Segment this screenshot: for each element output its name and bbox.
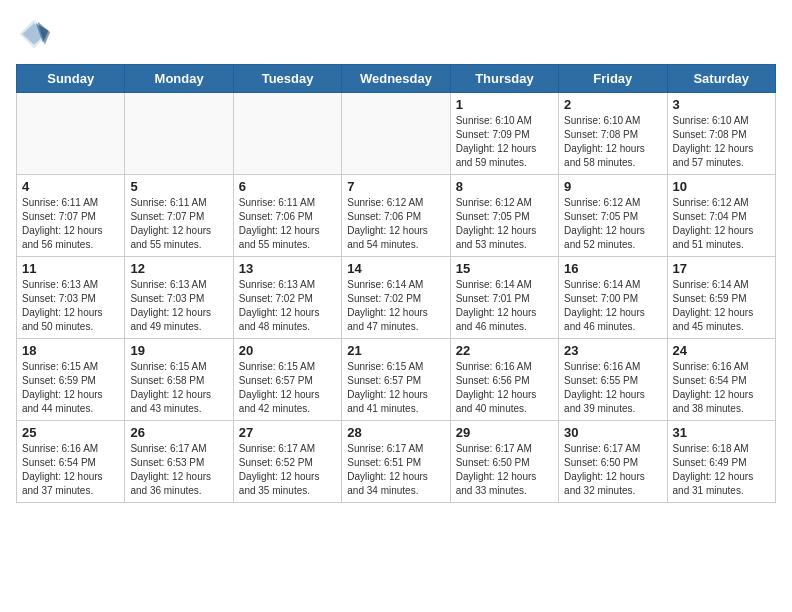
day-number: 16: [564, 261, 661, 276]
day-number: 25: [22, 425, 119, 440]
calendar-cell: 11Sunrise: 6:13 AMSunset: 7:03 PMDayligh…: [17, 257, 125, 339]
day-info: Sunrise: 6:16 AMSunset: 6:54 PMDaylight:…: [673, 360, 770, 416]
day-number: 13: [239, 261, 336, 276]
calendar-cell: 6Sunrise: 6:11 AMSunset: 7:06 PMDaylight…: [233, 175, 341, 257]
day-number: 17: [673, 261, 770, 276]
calendar-week-row: 11Sunrise: 6:13 AMSunset: 7:03 PMDayligh…: [17, 257, 776, 339]
calendar-week-row: 18Sunrise: 6:15 AMSunset: 6:59 PMDayligh…: [17, 339, 776, 421]
day-number: 8: [456, 179, 553, 194]
weekday-header: Tuesday: [233, 65, 341, 93]
day-number: 21: [347, 343, 444, 358]
day-info: Sunrise: 6:14 AMSunset: 7:01 PMDaylight:…: [456, 278, 553, 334]
calendar-cell: 5Sunrise: 6:11 AMSunset: 7:07 PMDaylight…: [125, 175, 233, 257]
calendar-cell: 13Sunrise: 6:13 AMSunset: 7:02 PMDayligh…: [233, 257, 341, 339]
calendar-cell: 19Sunrise: 6:15 AMSunset: 6:58 PMDayligh…: [125, 339, 233, 421]
calendar-cell: 14Sunrise: 6:14 AMSunset: 7:02 PMDayligh…: [342, 257, 450, 339]
calendar-cell: 4Sunrise: 6:11 AMSunset: 7:07 PMDaylight…: [17, 175, 125, 257]
day-number: 28: [347, 425, 444, 440]
logo: [16, 16, 56, 52]
weekday-header: Friday: [559, 65, 667, 93]
calendar-cell: 12Sunrise: 6:13 AMSunset: 7:03 PMDayligh…: [125, 257, 233, 339]
day-info: Sunrise: 6:13 AMSunset: 7:03 PMDaylight:…: [22, 278, 119, 334]
day-info: Sunrise: 6:13 AMSunset: 7:03 PMDaylight:…: [130, 278, 227, 334]
day-number: 5: [130, 179, 227, 194]
calendar-week-row: 25Sunrise: 6:16 AMSunset: 6:54 PMDayligh…: [17, 421, 776, 503]
calendar-cell: 22Sunrise: 6:16 AMSunset: 6:56 PMDayligh…: [450, 339, 558, 421]
day-number: 11: [22, 261, 119, 276]
day-info: Sunrise: 6:10 AMSunset: 7:08 PMDaylight:…: [673, 114, 770, 170]
weekday-header: Monday: [125, 65, 233, 93]
day-info: Sunrise: 6:16 AMSunset: 6:54 PMDaylight:…: [22, 442, 119, 498]
day-number: 4: [22, 179, 119, 194]
weekday-header: Thursday: [450, 65, 558, 93]
calendar-cell: 15Sunrise: 6:14 AMSunset: 7:01 PMDayligh…: [450, 257, 558, 339]
day-number: 19: [130, 343, 227, 358]
day-info: Sunrise: 6:12 AMSunset: 7:05 PMDaylight:…: [456, 196, 553, 252]
page-header: [16, 16, 776, 52]
calendar-cell: 1Sunrise: 6:10 AMSunset: 7:09 PMDaylight…: [450, 93, 558, 175]
day-info: Sunrise: 6:12 AMSunset: 7:06 PMDaylight:…: [347, 196, 444, 252]
calendar: SundayMondayTuesdayWednesdayThursdayFrid…: [16, 64, 776, 503]
calendar-cell: 9Sunrise: 6:12 AMSunset: 7:05 PMDaylight…: [559, 175, 667, 257]
calendar-cell: 29Sunrise: 6:17 AMSunset: 6:50 PMDayligh…: [450, 421, 558, 503]
day-info: Sunrise: 6:12 AMSunset: 7:05 PMDaylight:…: [564, 196, 661, 252]
calendar-cell: 7Sunrise: 6:12 AMSunset: 7:06 PMDaylight…: [342, 175, 450, 257]
day-info: Sunrise: 6:17 AMSunset: 6:50 PMDaylight:…: [564, 442, 661, 498]
day-info: Sunrise: 6:15 AMSunset: 6:58 PMDaylight:…: [130, 360, 227, 416]
day-number: 24: [673, 343, 770, 358]
day-number: 18: [22, 343, 119, 358]
day-number: 14: [347, 261, 444, 276]
weekday-header: Sunday: [17, 65, 125, 93]
calendar-cell: 3Sunrise: 6:10 AMSunset: 7:08 PMDaylight…: [667, 93, 775, 175]
weekday-header: Saturday: [667, 65, 775, 93]
day-number: 2: [564, 97, 661, 112]
calendar-cell: 24Sunrise: 6:16 AMSunset: 6:54 PMDayligh…: [667, 339, 775, 421]
calendar-cell: 16Sunrise: 6:14 AMSunset: 7:00 PMDayligh…: [559, 257, 667, 339]
day-info: Sunrise: 6:16 AMSunset: 6:55 PMDaylight:…: [564, 360, 661, 416]
day-number: 22: [456, 343, 553, 358]
day-info: Sunrise: 6:15 AMSunset: 6:57 PMDaylight:…: [347, 360, 444, 416]
calendar-cell: [342, 93, 450, 175]
day-number: 29: [456, 425, 553, 440]
weekday-header-row: SundayMondayTuesdayWednesdayThursdayFrid…: [17, 65, 776, 93]
calendar-week-row: 4Sunrise: 6:11 AMSunset: 7:07 PMDaylight…: [17, 175, 776, 257]
logo-icon: [16, 16, 52, 52]
calendar-cell: 20Sunrise: 6:15 AMSunset: 6:57 PMDayligh…: [233, 339, 341, 421]
day-info: Sunrise: 6:11 AMSunset: 7:07 PMDaylight:…: [22, 196, 119, 252]
day-info: Sunrise: 6:15 AMSunset: 6:57 PMDaylight:…: [239, 360, 336, 416]
calendar-cell: 31Sunrise: 6:18 AMSunset: 6:49 PMDayligh…: [667, 421, 775, 503]
day-number: 3: [673, 97, 770, 112]
day-info: Sunrise: 6:11 AMSunset: 7:06 PMDaylight:…: [239, 196, 336, 252]
day-info: Sunrise: 6:15 AMSunset: 6:59 PMDaylight:…: [22, 360, 119, 416]
calendar-cell: 18Sunrise: 6:15 AMSunset: 6:59 PMDayligh…: [17, 339, 125, 421]
day-info: Sunrise: 6:12 AMSunset: 7:04 PMDaylight:…: [673, 196, 770, 252]
calendar-cell: [233, 93, 341, 175]
calendar-cell: 23Sunrise: 6:16 AMSunset: 6:55 PMDayligh…: [559, 339, 667, 421]
day-info: Sunrise: 6:16 AMSunset: 6:56 PMDaylight:…: [456, 360, 553, 416]
day-info: Sunrise: 6:18 AMSunset: 6:49 PMDaylight:…: [673, 442, 770, 498]
day-info: Sunrise: 6:14 AMSunset: 7:00 PMDaylight:…: [564, 278, 661, 334]
calendar-cell: 26Sunrise: 6:17 AMSunset: 6:53 PMDayligh…: [125, 421, 233, 503]
day-number: 30: [564, 425, 661, 440]
day-info: Sunrise: 6:14 AMSunset: 7:02 PMDaylight:…: [347, 278, 444, 334]
calendar-cell: 17Sunrise: 6:14 AMSunset: 6:59 PMDayligh…: [667, 257, 775, 339]
day-number: 12: [130, 261, 227, 276]
day-info: Sunrise: 6:17 AMSunset: 6:50 PMDaylight:…: [456, 442, 553, 498]
calendar-cell: 8Sunrise: 6:12 AMSunset: 7:05 PMDaylight…: [450, 175, 558, 257]
day-number: 1: [456, 97, 553, 112]
day-number: 20: [239, 343, 336, 358]
day-info: Sunrise: 6:17 AMSunset: 6:52 PMDaylight:…: [239, 442, 336, 498]
day-number: 26: [130, 425, 227, 440]
calendar-cell: 25Sunrise: 6:16 AMSunset: 6:54 PMDayligh…: [17, 421, 125, 503]
day-info: Sunrise: 6:14 AMSunset: 6:59 PMDaylight:…: [673, 278, 770, 334]
calendar-cell: [17, 93, 125, 175]
day-info: Sunrise: 6:11 AMSunset: 7:07 PMDaylight:…: [130, 196, 227, 252]
calendar-cell: 28Sunrise: 6:17 AMSunset: 6:51 PMDayligh…: [342, 421, 450, 503]
day-number: 23: [564, 343, 661, 358]
calendar-cell: [125, 93, 233, 175]
weekday-header: Wednesday: [342, 65, 450, 93]
calendar-cell: 2Sunrise: 6:10 AMSunset: 7:08 PMDaylight…: [559, 93, 667, 175]
day-number: 31: [673, 425, 770, 440]
calendar-week-row: 1Sunrise: 6:10 AMSunset: 7:09 PMDaylight…: [17, 93, 776, 175]
day-info: Sunrise: 6:10 AMSunset: 7:09 PMDaylight:…: [456, 114, 553, 170]
